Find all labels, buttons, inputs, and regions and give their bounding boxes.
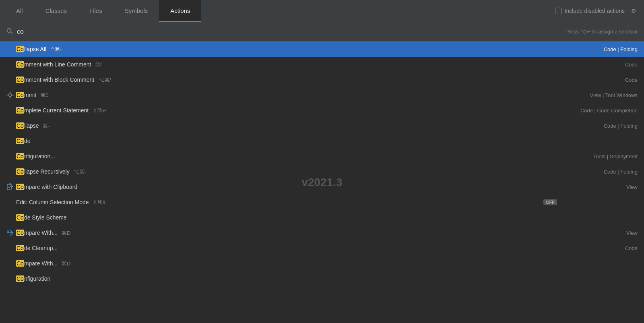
- item-category: View: [565, 230, 638, 236]
- svg-rect-9: [7, 230, 9, 232]
- item-category: View | Tool Windows: [565, 92, 638, 98]
- item-category: Code: [565, 77, 638, 83]
- tabs-container: All Classes Files Symbols Actions: [5, 0, 201, 22]
- highlight-text: Co: [16, 184, 24, 190]
- item-category: View: [565, 184, 638, 190]
- result-item[interactable]: Code Style Scheme: [0, 210, 644, 225]
- include-disabled-label: Include disabled actions: [565, 8, 625, 14]
- tab-actions[interactable]: Actions: [159, 0, 201, 22]
- item-shortcut: ⇧⌘-: [50, 46, 62, 52]
- result-item[interactable]: Complete Current Statement ⇧⌘↩ Code | Co…: [0, 103, 644, 118]
- result-item[interactable]: Edit: Column Selection Mode ⇧⌘8 OFF: [0, 195, 644, 210]
- item-shortcut: ⇧⌘8: [93, 199, 105, 205]
- item-category: Code: [565, 62, 638, 68]
- item-category: Code: [565, 245, 638, 251]
- result-item[interactable]: Comment with Block Comment ⌥⌘/ Code: [0, 72, 644, 87]
- result-item[interactable]: Configuration: [0, 271, 644, 286]
- svg-line-1: [11, 32, 12, 33]
- include-disabled-checkbox[interactable]: [555, 8, 561, 14]
- item-category: Code | Folding: [565, 123, 638, 129]
- item-name: Comment with Block Comment ⌥⌘/: [16, 77, 557, 83]
- result-item[interactable]: Comment with Line Comment ⌘/ Code: [0, 57, 644, 72]
- item-name: Configuration: [16, 275, 557, 282]
- item-shortcut: ⌘0: [40, 92, 48, 98]
- item-shortcut: ⌘-: [43, 123, 50, 129]
- include-disabled-container: Include disabled actions: [555, 8, 625, 14]
- highlight-text: Co: [16, 122, 24, 129]
- item-category: Tools | Deployment: [565, 153, 638, 159]
- settings-button[interactable]: ⚙: [628, 5, 639, 17]
- highlight-text: Co: [16, 230, 24, 236]
- item-name: Code Cleanup...: [16, 245, 557, 251]
- result-item[interactable]: Code: [0, 133, 644, 149]
- shortcut-hint: Press ⌥↩ to assign a shortcut: [566, 29, 638, 35]
- compare-clipboard-icon: [6, 183, 14, 190]
- item-name: Compare with Clipboard: [16, 184, 557, 190]
- item-name: Edit: Column Selection Mode ⇧⌘8: [16, 199, 540, 205]
- commit-icon: [6, 91, 14, 99]
- result-item[interactable]: Compare with Clipboard View: [0, 179, 644, 195]
- highlight-text: Co: [16, 275, 24, 282]
- tab-bar: All Classes Files Symbols Actions Includ…: [0, 0, 644, 22]
- item-name: Compare With... ⌘D: [16, 260, 557, 267]
- item-shortcut: ⌘D: [62, 261, 70, 267]
- item-name: Collapse All ⇧⌘-: [16, 46, 557, 52]
- highlight-text: Co: [16, 153, 24, 159]
- compare-with-icon: [6, 229, 14, 236]
- settings-icon: ⚙: [631, 8, 636, 14]
- result-item[interactable]: Collapse ⌘- Code | Folding: [0, 118, 644, 133]
- result-item[interactable]: Collapse All ⇧⌘- Code | Folding: [0, 41, 644, 57]
- highlight-text: Co: [16, 138, 24, 144]
- item-name: Code Style Scheme: [16, 214, 557, 221]
- svg-rect-7: [7, 184, 11, 190]
- highlight-text: Co: [16, 77, 24, 83]
- item-shortcut: ⌥⌘-: [74, 169, 87, 175]
- search-icon: [6, 28, 13, 36]
- tab-files[interactable]: Files: [78, 0, 114, 22]
- tab-classes[interactable]: Classes: [34, 0, 78, 22]
- search-input[interactable]: co: [17, 28, 561, 35]
- item-name: Complete Current Statement ⇧⌘↩: [16, 107, 557, 114]
- highlight-text: Co: [16, 46, 24, 52]
- item-name: Compare With... ⌘D: [16, 230, 557, 236]
- result-item[interactable]: Compare With... ⌘D View: [0, 225, 644, 240]
- item-category: Code | Code Completion: [565, 108, 638, 114]
- search-bar: co Press ⌥↩ to assign a shortcut: [0, 22, 644, 41]
- result-item[interactable]: Collapse Recursively ⌥⌘- Code | Folding: [0, 164, 644, 179]
- highlight-text: Co: [16, 92, 24, 98]
- tab-all[interactable]: All: [5, 0, 34, 22]
- result-item[interactable]: Compare With... ⌘D: [0, 256, 644, 271]
- item-name: Code: [16, 138, 557, 144]
- item-shortcut: ⌥⌘/: [98, 77, 111, 83]
- highlight-text: Co: [16, 168, 24, 175]
- item-name: Commit ⌘0: [16, 92, 557, 98]
- highlight-text: Co: [16, 107, 24, 114]
- item-name: Configuration...: [16, 153, 557, 159]
- tab-bar-right: Include disabled actions ⚙: [555, 5, 639, 17]
- item-shortcut: ⇧⌘↩: [93, 108, 107, 114]
- svg-point-2: [9, 94, 12, 97]
- tab-symbols[interactable]: Symbols: [114, 0, 159, 22]
- highlight-text: Co: [16, 214, 24, 221]
- highlight-text: Co: [16, 245, 24, 251]
- item-name: Comment with Line Comment ⌘/: [16, 61, 557, 68]
- result-item[interactable]: Code Cleanup... Code: [0, 240, 644, 256]
- item-name: Collapse Recursively ⌥⌘-: [16, 168, 557, 175]
- item-shortcut: ⌘D: [62, 230, 70, 236]
- item-category: Code | Folding: [565, 169, 638, 175]
- highlight-text: Co: [16, 260, 24, 267]
- highlight-text: Co: [16, 61, 24, 68]
- toggle-off-badge: OFF: [543, 199, 557, 205]
- result-item[interactable]: Commit ⌘0 View | Tool Windows: [0, 87, 644, 103]
- result-item[interactable]: Configuration... Tools | Deployment: [0, 149, 644, 164]
- item-category: Code | Folding: [565, 46, 638, 52]
- item-name: Collapse ⌘-: [16, 122, 557, 129]
- results-list: v2021.3 Collapse All ⇧⌘- Code | Folding …: [0, 41, 644, 323]
- item-shortcut: ⌘/: [95, 62, 102, 68]
